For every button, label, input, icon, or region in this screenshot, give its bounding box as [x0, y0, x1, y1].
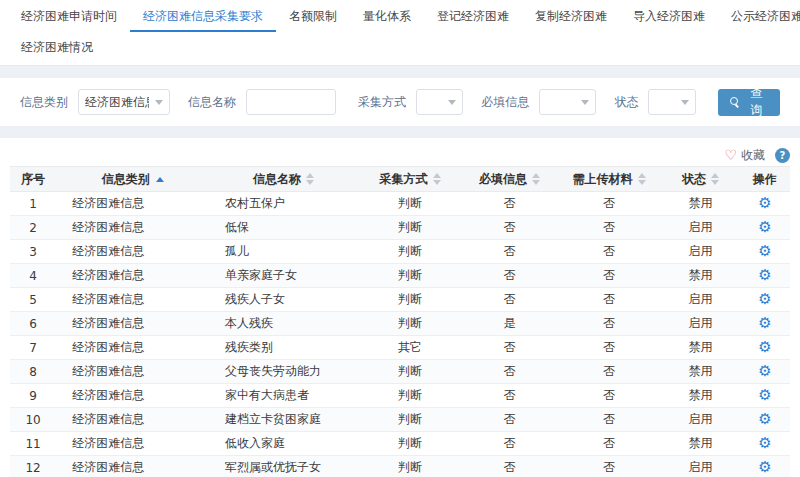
- tab-publicize-economic[interactable]: 公示经济困难: [718, 0, 800, 32]
- category-select[interactable]: 经济困难信息: [78, 89, 170, 115]
- cell-method: 判断: [358, 408, 463, 432]
- cell-upload: 否: [557, 264, 662, 288]
- sort-up-icon: [532, 173, 540, 178]
- cell-upload: 否: [557, 336, 662, 360]
- cell-upload: 否: [557, 192, 662, 216]
- cell-no: 6: [10, 312, 56, 336]
- cell-upload: 否: [557, 432, 662, 456]
- cell-no: 2: [10, 216, 56, 240]
- panel-toolbar: ♡ 收藏 ?: [10, 138, 790, 166]
- tabs-row-1: 经济困难申请时间 经济困难信息采集要求 名额限制 量化体系 登记经济困难 复制经…: [8, 0, 792, 32]
- cell-category: 经济困难信息: [56, 192, 209, 216]
- favorite-button[interactable]: ♡ 收藏: [724, 147, 765, 164]
- cell-no: 12: [10, 456, 56, 477]
- column-header-label: 序号: [21, 172, 45, 186]
- filter-category-label: 信息类别: [20, 94, 68, 111]
- settings-gear-icon[interactable]: ⚙: [758, 290, 771, 308]
- cell-status: 禁用: [661, 432, 739, 456]
- column-header[interactable]: 需上传材料: [557, 167, 662, 192]
- sort-icons: [433, 173, 441, 185]
- cell-status: 启用: [661, 456, 739, 477]
- table-body: 1经济困难信息农村五保户判断否否禁用⚙2经济困难信息低保判断否否启用⚙3经济困难…: [10, 192, 790, 477]
- cell-name: 残疾类别: [209, 336, 358, 360]
- cell-actions: ⚙: [740, 360, 790, 384]
- cell-status: 禁用: [661, 384, 739, 408]
- column-header[interactable]: 必填信息: [462, 167, 556, 192]
- column-header[interactable]: 状态: [661, 167, 739, 192]
- status-select[interactable]: [648, 89, 695, 115]
- cell-actions: ⚙: [740, 312, 790, 336]
- tab-quota-limit[interactable]: 名额限制: [276, 0, 350, 32]
- cell-actions: ⚙: [740, 288, 790, 312]
- settings-gear-icon[interactable]: ⚙: [758, 194, 771, 212]
- query-button-label: 查询: [745, 85, 768, 119]
- tab-copy-economic[interactable]: 复制经济困难: [522, 0, 620, 32]
- filter-status-label: 状态: [614, 94, 638, 111]
- cell-category: 经济困难信息: [56, 360, 209, 384]
- tabs-bar: 经济困难申请时间 经济困难信息采集要求 名额限制 量化体系 登记经济困难 复制经…: [0, 0, 800, 66]
- tab-economic-apply-time[interactable]: 经济困难申请时间: [8, 0, 130, 32]
- tabs-row-2: 经济困难情况: [8, 32, 792, 65]
- settings-gear-icon[interactable]: ⚙: [758, 218, 771, 236]
- settings-gear-icon[interactable]: ⚙: [758, 242, 771, 260]
- cell-method: 判断: [358, 384, 463, 408]
- settings-gear-icon[interactable]: ⚙: [758, 410, 771, 428]
- cell-required: 否: [462, 336, 556, 360]
- settings-gear-icon[interactable]: ⚙: [758, 338, 771, 356]
- cell-no: 7: [10, 336, 56, 360]
- cell-actions: ⚙: [740, 336, 790, 360]
- column-header[interactable]: 信息名称: [209, 167, 358, 192]
- cell-status: 禁用: [661, 336, 739, 360]
- cell-method: 判断: [358, 216, 463, 240]
- column-header[interactable]: 采集方式: [358, 167, 463, 192]
- sort-ascending-icon: [156, 177, 164, 182]
- cell-upload: 否: [557, 456, 662, 477]
- name-input[interactable]: [246, 89, 336, 115]
- cell-method: 判断: [358, 240, 463, 264]
- cell-status: 启用: [661, 240, 739, 264]
- cell-name: 孤儿: [209, 240, 358, 264]
- cell-upload: 否: [557, 384, 662, 408]
- table-row: 6经济困难信息本人残疾判断是否启用⚙: [10, 312, 790, 336]
- method-select[interactable]: [416, 89, 463, 115]
- cell-required: 否: [462, 456, 556, 477]
- tab-economic-info-requirements[interactable]: 经济困难信息采集要求: [130, 0, 276, 32]
- sort-up-icon: [306, 173, 314, 178]
- sort-up-icon: [433, 173, 441, 178]
- tab-quantify-system[interactable]: 量化体系: [350, 0, 424, 32]
- settings-gear-icon[interactable]: ⚙: [758, 434, 771, 452]
- cell-no: 1: [10, 192, 56, 216]
- sort-down-icon: [711, 180, 719, 185]
- cell-name: 家中有大病患者: [209, 384, 358, 408]
- tab-import-economic[interactable]: 导入经济困难: [620, 0, 718, 32]
- settings-gear-icon[interactable]: ⚙: [758, 314, 771, 332]
- table-row: 11经济困难信息低收入家庭判断否否禁用⚙: [10, 432, 790, 456]
- tab-economic-situation[interactable]: 经济困难情况: [8, 32, 106, 65]
- cell-name: 农村五保户: [209, 192, 358, 216]
- cell-actions: ⚙: [740, 264, 790, 288]
- tab-register-economic[interactable]: 登记经济困难: [424, 0, 522, 32]
- filter-required-label: 必填信息: [481, 94, 529, 111]
- settings-gear-icon[interactable]: ⚙: [758, 386, 771, 404]
- cell-actions: ⚙: [740, 384, 790, 408]
- cell-status: 禁用: [661, 192, 739, 216]
- settings-gear-icon[interactable]: ⚙: [758, 266, 771, 284]
- chevron-down-icon: [448, 100, 456, 105]
- required-select[interactable]: [539, 89, 596, 115]
- cell-no: 11: [10, 432, 56, 456]
- help-icon[interactable]: ?: [775, 148, 790, 163]
- sort-icons: [711, 173, 719, 185]
- cell-required: 否: [462, 384, 556, 408]
- table-row: 3经济困难信息孤儿判断否否启用⚙: [10, 240, 790, 264]
- cell-status: 启用: [661, 312, 739, 336]
- settings-gear-icon[interactable]: ⚙: [758, 362, 771, 380]
- query-button[interactable]: 查询: [718, 89, 780, 116]
- settings-gear-icon[interactable]: ⚙: [758, 458, 771, 476]
- column-header[interactable]: 信息类别: [56, 167, 209, 192]
- category-select-value: 经济困难信息: [85, 94, 149, 111]
- cell-no: 10: [10, 408, 56, 432]
- cell-category: 经济困难信息: [56, 264, 209, 288]
- column-header: 序号: [10, 167, 56, 192]
- cell-no: 5: [10, 288, 56, 312]
- table-row: 10经济困难信息建档立卡贫困家庭判断否否启用⚙: [10, 408, 790, 432]
